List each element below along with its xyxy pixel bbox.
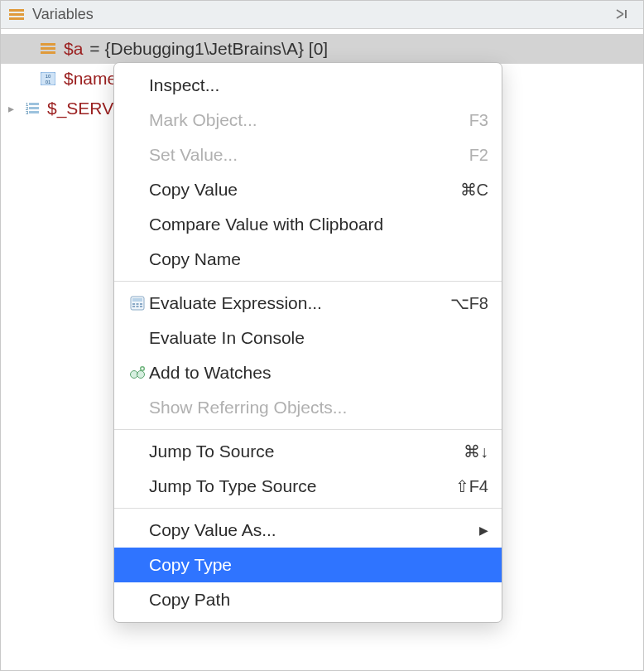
svg-rect-1	[9, 13, 24, 16]
menu-set-value: Set Value... F2	[114, 138, 502, 172]
menu-copy-value-as[interactable]: Copy Value As... ▶	[114, 513, 502, 548]
menu-label: Show Referring Objects...	[149, 398, 488, 418]
svg-text:10: 10	[46, 74, 51, 79]
svg-rect-21	[132, 306, 135, 307]
menu-shortcut: ⌥F8	[450, 293, 488, 313]
menu-label: Jump To Type Source	[149, 476, 455, 496]
menu-label: Copy Type	[149, 555, 488, 575]
svg-rect-3	[625, 10, 627, 18]
svg-rect-0	[9, 9, 24, 12]
menu-mark-object: Mark Object... F3	[114, 103, 502, 138]
menu-label: Copy Name	[149, 249, 488, 269]
svg-rect-17	[132, 298, 142, 302]
variable-name: $_SERV	[47, 99, 113, 118]
expand-icon[interactable]: ▸	[6, 102, 16, 115]
menu-label: Mark Object...	[149, 110, 469, 130]
menu-shortcut: ⇧F4	[455, 476, 488, 496]
variable-row[interactable]: $a = {Debugging1\JetBrains\A} [0]	[1, 34, 643, 64]
svg-text:01: 01	[46, 80, 51, 84]
menu-label: Add to Watches	[149, 363, 488, 383]
menu-label: Inspect...	[149, 75, 488, 95]
menu-evaluate-expression[interactable]: Evaluate Expression... ⌥F8	[114, 286, 502, 321]
submenu-arrow-icon: ▶	[479, 524, 488, 537]
panel-title: Variables	[32, 6, 94, 23]
context-menu: Inspect... Mark Object... F3 Set Value..…	[113, 62, 502, 623]
menu-label: Compare Value with Clipboard	[149, 215, 488, 234]
svg-rect-23	[140, 306, 142, 307]
menu-copy-type[interactable]: Copy Type	[114, 548, 502, 582]
menu-label: Evaluate Expression...	[149, 293, 450, 313]
hide-panel-button[interactable]	[612, 7, 635, 23]
menu-show-referring: Show Referring Objects...	[114, 390, 502, 425]
menu-compare-value[interactable]: Compare Value with Clipboard	[114, 207, 502, 242]
svg-rect-20	[140, 303, 142, 305]
variable-value: = {Debugging1\JetBrains\A} [0]	[89, 39, 328, 59]
svg-text:3: 3	[26, 110, 29, 115]
svg-rect-5	[41, 47, 55, 50]
svg-rect-14	[29, 107, 39, 109]
menu-copy-name[interactable]: Copy Name	[114, 242, 502, 277]
list-node-icon: 1 2 3	[22, 102, 41, 115]
variable-name: $a	[64, 39, 83, 59]
variables-panel-header: Variables	[1, 1, 643, 29]
menu-jump-source[interactable]: Jump To Source ⌘↓	[114, 434, 502, 469]
menu-label: Copy Path	[149, 590, 488, 610]
menu-separator	[114, 429, 502, 430]
svg-rect-19	[137, 303, 139, 305]
menu-shortcut: ⌘C	[460, 180, 488, 200]
menu-inspect[interactable]: Inspect...	[114, 68, 502, 103]
svg-rect-6	[41, 51, 55, 54]
menu-shortcut: F2	[469, 146, 488, 165]
object-node-icon	[39, 43, 57, 55]
svg-rect-22	[137, 306, 139, 307]
menu-label: Copy Value As...	[149, 520, 479, 540]
menu-shortcut: ⌘↓	[464, 442, 488, 461]
menu-label: Jump To Source	[149, 442, 464, 461]
svg-rect-2	[9, 17, 24, 20]
menu-evaluate-console[interactable]: Evaluate In Console	[114, 321, 502, 355]
menu-label: Copy Value	[149, 180, 460, 200]
svg-rect-18	[132, 303, 135, 305]
variable-name: $name	[64, 69, 117, 89]
calculator-icon	[126, 296, 149, 311]
menu-shortcut: F3	[469, 111, 488, 130]
menu-label: Evaluate In Console	[149, 328, 488, 348]
menu-jump-type-source[interactable]: Jump To Type Source ⇧F4	[114, 469, 502, 504]
svg-rect-15	[29, 111, 39, 113]
svg-rect-13	[29, 103, 39, 105]
menu-add-watches[interactable]: Add to Watches	[114, 355, 502, 390]
watches-icon	[126, 366, 149, 379]
menu-separator	[114, 281, 502, 282]
svg-rect-4	[41, 43, 55, 46]
variables-panel-icon	[9, 9, 24, 21]
menu-copy-value[interactable]: Copy Value ⌘C	[114, 172, 502, 207]
svg-point-25	[137, 371, 145, 379]
menu-label: Set Value...	[149, 145, 469, 165]
menu-copy-path[interactable]: Copy Path	[114, 582, 502, 617]
binary-node-icon: 10 01	[39, 72, 57, 85]
menu-separator	[114, 508, 502, 509]
